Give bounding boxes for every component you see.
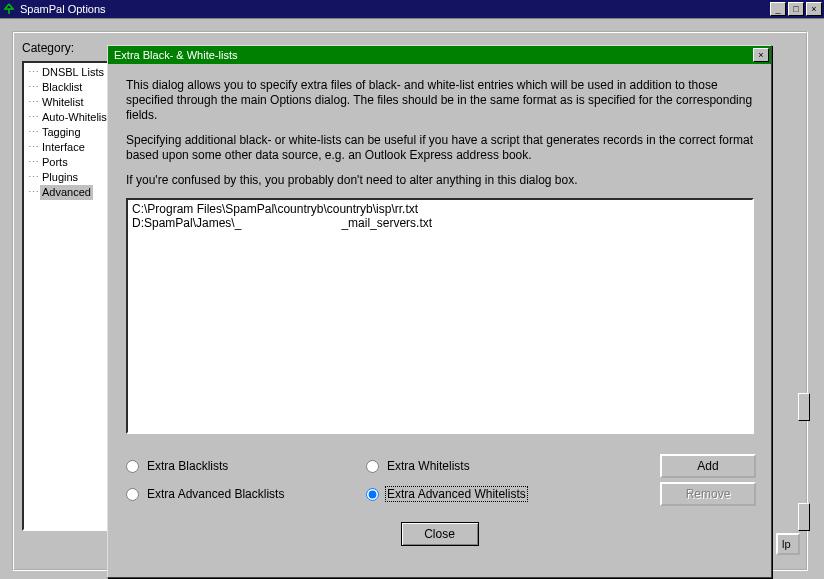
tree-item[interactable]: ⋯DNSBL Lists <box>24 65 120 80</box>
dialog-titlebar: Extra Black- & White-lists × <box>108 46 771 64</box>
tree-item[interactable]: ⋯Blacklist <box>24 80 120 95</box>
tree-branch-icon: ⋯ <box>28 140 38 155</box>
tree-item-label: Plugins <box>40 170 80 185</box>
maximize-button[interactable]: □ <box>788 2 804 16</box>
tree-branch-icon: ⋯ <box>28 80 38 95</box>
tree-branch-icon: ⋯ <box>28 65 38 80</box>
tree-item[interactable]: ⋯Ports <box>24 155 120 170</box>
main-titlebar: SpamPal Options _ □ × <box>0 0 824 18</box>
tree-branch-icon: ⋯ <box>28 170 38 185</box>
tree-item-label: Blacklist <box>40 80 84 95</box>
help-button-peek[interactable]: lp <box>776 533 800 555</box>
main-body: Category: ⋯DNSBL Lists⋯Blacklist⋯Whiteli… <box>0 18 824 579</box>
tree-item-label: Auto-Whitelist <box>40 110 112 125</box>
radio-extra-blacklists-label: Extra Blacklists <box>145 459 230 473</box>
radio-extra-blacklists[interactable]: Extra Blacklists <box>126 459 366 473</box>
tree-item-label: Whitelist <box>40 95 86 110</box>
dialog-desc-2: Specifying additional black- or white-li… <box>126 133 753 163</box>
tree-branch-icon: ⋯ <box>28 185 38 200</box>
radio-extra-adv-whitelists-label: Extra Advanced Whitelists <box>385 486 528 502</box>
radio-extra-whitelists-label: Extra Whitelists <box>385 459 472 473</box>
main-window-title: SpamPal Options <box>20 3 768 15</box>
radio-grid: Extra Blacklists Extra Whitelists Add Ex… <box>126 452 753 508</box>
radio-extra-adv-whitelists[interactable]: Extra Advanced Whitelists <box>366 486 606 502</box>
close-button[interactable]: Close <box>401 522 479 546</box>
radio-extra-adv-blacklists[interactable]: Extra Advanced Blacklists <box>126 487 366 501</box>
radio-extra-whitelists-input[interactable] <box>366 460 379 473</box>
remove-button[interactable]: Remove <box>660 482 756 506</box>
tree-item-label: Tagging <box>40 125 83 140</box>
minimize-button[interactable]: _ <box>770 2 786 16</box>
tree-item[interactable]: ⋯Auto-Whitelist <box>24 110 120 125</box>
tree-branch-icon: ⋯ <box>28 110 38 125</box>
tree-item[interactable]: ⋯Whitelist <box>24 95 120 110</box>
tree-item[interactable]: ⋯Advanced <box>24 185 120 200</box>
dialog-close-x-button[interactable]: × <box>753 48 769 62</box>
tree-item-label: DNSBL Lists <box>40 65 106 80</box>
main-close-button[interactable]: × <box>806 2 822 16</box>
tree-branch-icon: ⋯ <box>28 125 38 140</box>
radio-extra-adv-blacklists-label: Extra Advanced Blacklists <box>145 487 286 501</box>
radio-extra-adv-whitelists-input[interactable] <box>366 488 379 501</box>
tree-branch-icon: ⋯ <box>28 95 38 110</box>
app-icon <box>2 2 16 16</box>
tree-item-label: Interface <box>40 140 87 155</box>
radio-extra-adv-blacklists-input[interactable] <box>126 488 139 501</box>
tree-item[interactable]: ⋯Interface <box>24 140 120 155</box>
add-button[interactable]: Add <box>660 454 756 478</box>
dialog-desc-1: This dialog allows you to specify extra … <box>126 78 753 123</box>
files-listbox[interactable]: C:\Program Files\SpamPal\countryb\countr… <box>126 198 754 434</box>
tree-branch-icon: ⋯ <box>28 155 38 170</box>
hidden-button-peek <box>798 393 810 421</box>
dialog-title: Extra Black- & White-lists <box>114 49 751 61</box>
radio-extra-blacklists-input[interactable] <box>126 460 139 473</box>
tree-item[interactable]: ⋯Tagging <box>24 125 120 140</box>
radio-extra-whitelists[interactable]: Extra Whitelists <box>366 459 606 473</box>
extra-lists-dialog: Extra Black- & White-lists × This dialog… <box>107 45 772 578</box>
tree-item-label: Ports <box>40 155 70 170</box>
dialog-body: This dialog allows you to specify extra … <box>108 64 771 556</box>
dialog-desc-3: If you're confused by this, you probably… <box>126 173 753 188</box>
tree-item-label: Advanced <box>40 185 93 200</box>
tree-item[interactable]: ⋯Plugins <box>24 170 120 185</box>
hidden-button-peek-2 <box>798 503 810 531</box>
